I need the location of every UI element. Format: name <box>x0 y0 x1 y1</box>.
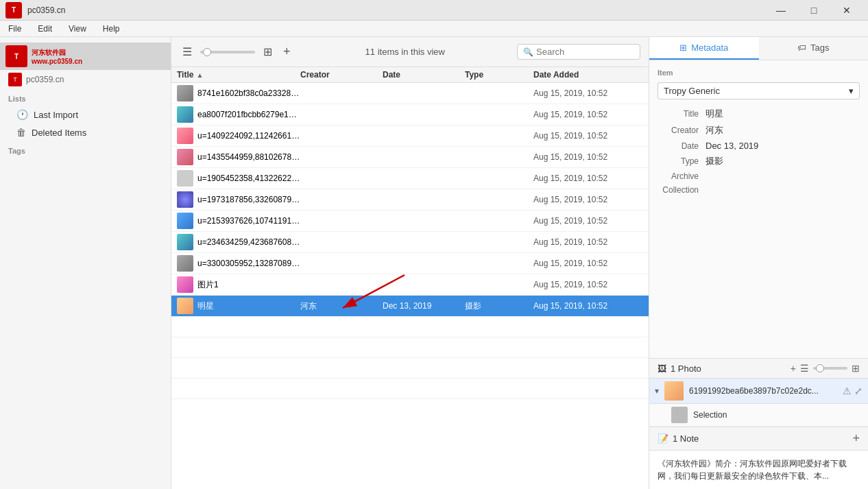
sidebar-deleted-items-label: Deleted Items <box>32 128 86 138</box>
item-section-label: Item <box>658 69 860 77</box>
photos-zoom-thumb <box>816 364 824 372</box>
list-photos-icon[interactable]: ☰ <box>800 363 809 374</box>
menu-help[interactable]: Help <box>100 23 123 35</box>
table-row[interactable]: 8741e1602bf38c0a23328dd14de... Aug 15, 2… <box>171 83 649 104</box>
col-header-title: Title ▲ <box>177 70 300 80</box>
field-creator-value: 河东 <box>706 124 723 136</box>
col-header-date: Date <box>383 70 465 80</box>
table-row[interactable]: u=234634259,4236876085&fm=... Aug 15, 20… <box>171 232 649 253</box>
item-type-dropdown[interactable]: Tropy Generic ▾ <box>658 82 860 99</box>
zoom-slider-thumb <box>203 48 211 56</box>
maximize-button[interactable]: □ <box>798 0 830 21</box>
menu-file[interactable]: File <box>5 23 24 35</box>
tab-tags[interactable]: 🏷 Tags <box>759 37 869 60</box>
photo-thumbnail <box>664 381 684 401</box>
metadata-tab-icon: ⊞ <box>679 43 687 53</box>
sidebar-item-deleted-items[interactable]: 🗑 Deleted Items <box>0 123 171 141</box>
cell-title-text: u=1905452358,4132262221&fm... <box>197 174 300 183</box>
notes-header: 📝 1 Note + <box>649 427 868 451</box>
expand-selection-icon[interactable]: ⤢ <box>854 385 863 396</box>
cell-dateadded: Aug 15, 2019, 10:52 <box>533 216 643 226</box>
app-logo: T <box>5 2 22 19</box>
sidebar-logo-icon: T <box>8 73 22 86</box>
sidebar-tags-label: Tags <box>0 141 171 158</box>
table-row[interactable]: u=1905452358,4132262221&fm... Aug 15, 20… <box>171 168 649 189</box>
field-title-value: 明星 <box>706 108 723 120</box>
watermark-line2: www.pc0359.cn <box>32 58 82 65</box>
sidebar-app-name: pc0359.cn <box>26 75 64 84</box>
table-row[interactable]: u=1409224092,1124266154&fm... Aug 15, 20… <box>171 126 649 147</box>
notes-count: 📝 1 Note <box>658 433 699 444</box>
table-row-selected[interactable]: 明星 河东 Dec 13, 2019 摄影 Aug 15, 2019, 10:5… <box>171 296 649 317</box>
field-collection: Collection <box>658 185 860 195</box>
cell-title-text: 图片1 <box>197 279 219 291</box>
cell-title-text: u=1435544959,8810267828&fm=... <box>197 152 300 162</box>
cell-title: 8741e1602bf38c0a23328dd14de... <box>177 85 300 102</box>
photos-count-label: 1 Photo <box>671 363 701 374</box>
table-row[interactable]: ea8007f201fbcbb6279e195b68d... Aug 15, 2… <box>171 104 649 126</box>
logo-icon: T <box>14 53 19 60</box>
table-row[interactable]: u=3300305952,1328708913&fm... Aug 15, 20… <box>171 253 649 274</box>
window-controls: — □ ✕ <box>765 0 863 21</box>
sort-arrow-icon: ▲ <box>196 71 203 79</box>
watermark-text: 河东软件园 www.pc0359.cn <box>32 48 82 65</box>
cell-title: u=1973187856,3326087964&fm... <box>177 191 300 208</box>
minimize-button[interactable]: — <box>765 0 797 21</box>
search-input[interactable] <box>536 47 625 57</box>
cell-title-text: u=2153937626,1074119156&fm... <box>197 216 300 226</box>
thumb-6 <box>177 191 193 208</box>
selection-label: Selection <box>693 410 727 420</box>
zoom-slider[interactable] <box>200 51 255 53</box>
selection-item[interactable]: Selection <box>649 404 868 427</box>
col-header-creator: Creator <box>300 70 383 80</box>
cell-type: 摄影 <box>465 300 533 312</box>
list-view-button[interactable]: ☰ <box>180 43 195 61</box>
cell-title-text: u=3300305952,1328708913&fm... <box>197 259 300 268</box>
thumb-5 <box>177 170 193 187</box>
photo-actions: ⚠ ⤢ <box>843 385 863 396</box>
table-header: Title ▲ Creator Date Type Date Added <box>171 67 649 83</box>
sidebar-item-last-import[interactable]: 🕐 Last Import <box>0 106 171 123</box>
cell-title: 图片1 <box>177 276 300 293</box>
table-wrapper: Title ▲ Creator Date Type Date Added 874… <box>171 67 649 489</box>
selection-thumb <box>671 407 688 423</box>
photo-item[interactable]: ▾ 61991992bea6be3897b7c02e2dc... ⚠ ⤢ <box>649 379 868 404</box>
search-box[interactable]: 🔍 <box>517 44 640 60</box>
cell-title-text: u=1973187856,3326087964&fm... <box>197 195 300 204</box>
grid-view-button[interactable]: ⊞ <box>261 43 275 61</box>
thumb-10 <box>177 276 193 293</box>
sidebar: T 河东软件园 www.pc0359.cn T pc0359.cn Lists … <box>0 37 171 489</box>
metadata-tab-label: Metadata <box>691 43 728 53</box>
table-row-empty <box>171 337 649 358</box>
field-date-label: Date <box>658 141 706 151</box>
items-count-label: 11 items in this view <box>299 47 511 57</box>
add-item-button[interactable]: + <box>280 42 293 62</box>
notes-section: 📝 1 Note + 《河东软件园》简介：河东软件园原网吧爱好者下载网，我们每日… <box>649 427 868 489</box>
cell-dateadded: Aug 15, 2019, 10:52 <box>533 174 643 183</box>
add-photo-icon[interactable]: + <box>791 363 796 374</box>
table-row[interactable]: u=1973187856,3326087964&fm... Aug 15, 20… <box>171 189 649 211</box>
table-row[interactable]: u=2153937626,1074119156&fm... Aug 15, 20… <box>171 211 649 232</box>
menu-view[interactable]: View <box>66 23 89 35</box>
thumb-3 <box>177 128 193 144</box>
titlebar: T pc0359.cn — □ ✕ <box>0 0 868 21</box>
thumb-7 <box>177 213 193 229</box>
photos-zoom-slider[interactable] <box>813 367 847 370</box>
photos-actions: + ☰ ⊞ <box>791 363 860 374</box>
main-layout: T 河东软件园 www.pc0359.cn T pc0359.cn Lists … <box>0 37 868 489</box>
field-type-label: Type <box>658 156 706 166</box>
cell-title: u=1435544959,8810267828&fm=... <box>177 149 300 165</box>
field-date: Date Dec 13, 2019 <box>658 141 860 151</box>
dropdown-value: Tropy Generic <box>664 86 720 96</box>
menu-edit[interactable]: Edit <box>35 23 55 35</box>
warning-icon[interactable]: ⚠ <box>843 385 852 396</box>
note-text: 《河东软件园》简介：河东软件园原网吧爱好者下载网，我们每日更新最安全的绿色软件下… <box>649 451 868 489</box>
grid-photos-icon[interactable]: ⊞ <box>852 363 860 374</box>
close-button[interactable]: ✕ <box>831 0 863 21</box>
field-title-label: Title <box>658 109 706 119</box>
table-row[interactable]: u=1435544959,8810267828&fm=... Aug 15, 2… <box>171 147 649 168</box>
tab-metadata[interactable]: ⊞ Metadata <box>649 37 759 60</box>
add-note-button[interactable]: + <box>852 431 860 446</box>
table-row[interactable]: 图片1 Aug 15, 2019, 10:52 <box>171 274 649 296</box>
titlebar-left: T pc0359.cn <box>5 2 65 19</box>
